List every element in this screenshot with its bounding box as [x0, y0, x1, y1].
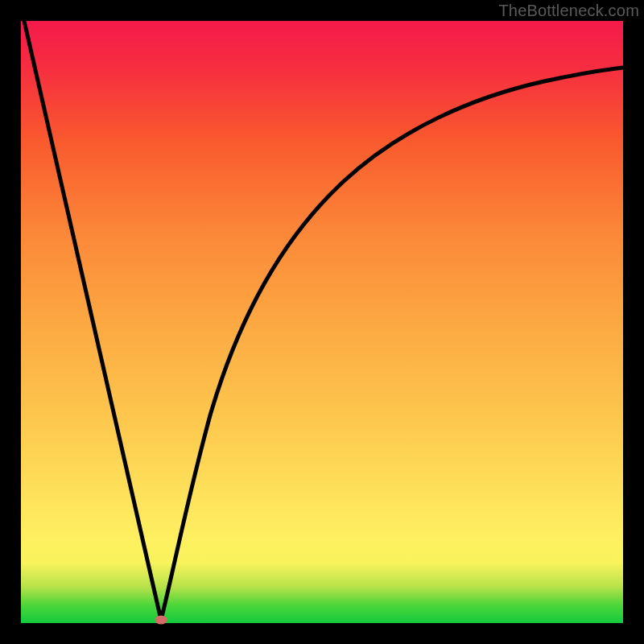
bottleneck-curve [21, 21, 623, 623]
minimum-point-marker [155, 616, 167, 625]
chart-frame [21, 21, 623, 623]
watermark-text: TheBottleneck.com [498, 2, 639, 20]
